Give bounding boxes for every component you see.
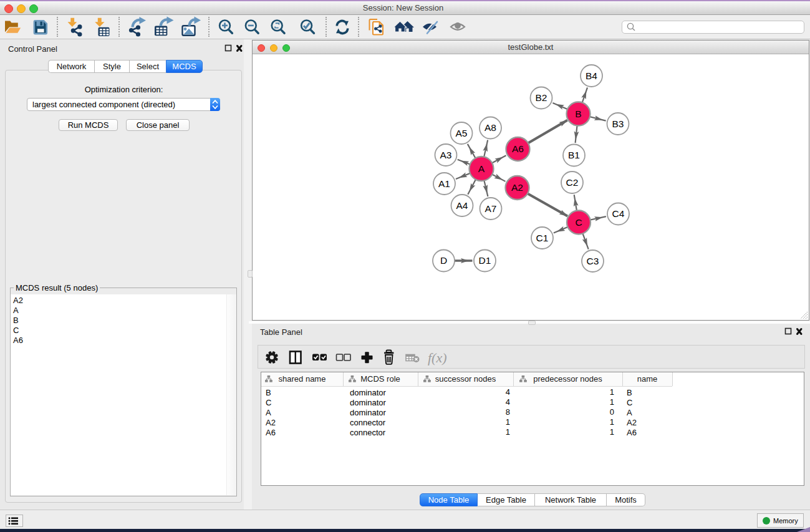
svg-text:A5: A5 bbox=[456, 128, 468, 138]
svg-text:A6: A6 bbox=[512, 143, 524, 154]
svg-text:B: B bbox=[575, 109, 581, 119]
svg-text:C: C bbox=[575, 217, 582, 228]
svg-text:C1: C1 bbox=[536, 233, 549, 243]
svg-text:A1: A1 bbox=[438, 178, 450, 189]
svg-text:A7: A7 bbox=[485, 203, 497, 214]
svg-text:D1: D1 bbox=[479, 255, 491, 266]
svg-text:D: D bbox=[440, 255, 447, 266]
svg-text:B2: B2 bbox=[536, 92, 547, 103]
svg-text:A4: A4 bbox=[456, 200, 468, 211]
svg-text:B3: B3 bbox=[612, 118, 624, 129]
svg-text:A2: A2 bbox=[511, 182, 523, 193]
svg-text:A: A bbox=[478, 163, 485, 174]
svg-text:A8: A8 bbox=[485, 122, 496, 133]
svg-text:A3: A3 bbox=[440, 150, 452, 160]
svg-text:C3: C3 bbox=[587, 256, 599, 266]
svg-text:C2: C2 bbox=[566, 177, 579, 188]
svg-text:C4: C4 bbox=[612, 208, 625, 219]
svg-text:f(x): f(x) bbox=[428, 350, 447, 365]
svg-text:B1: B1 bbox=[568, 150, 580, 160]
svg-text:B4: B4 bbox=[586, 70, 597, 81]
